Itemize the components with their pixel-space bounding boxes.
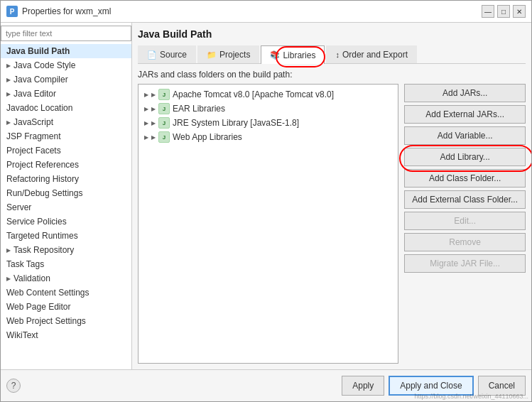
maximize-button[interactable]: □ <box>497 5 510 18</box>
tab-icon-source: 📄 <box>147 50 157 60</box>
sidebar-item-task-tags[interactable]: Task Tags <box>1 257 131 271</box>
sidebar-item-server[interactable]: Server <box>1 200 131 214</box>
tab-source[interactable]: 📄Source <box>138 45 196 63</box>
library-panel: ▶JApache Tomcat v8.0 [Apache Tomcat v8.0… <box>138 84 526 364</box>
lib-label: JRE System Library [JavaSE-1.8] <box>173 118 299 128</box>
button-add-jars[interactable]: Add JARs... <box>404 84 526 102</box>
bottom-bar: ? Apply Apply and Close Cancel <box>1 369 531 401</box>
lib-item-web-app-libraries[interactable]: ▶JWeb App Libraries <box>141 130 395 144</box>
jar-icon: J <box>158 117 170 129</box>
sidebar-item-java-compiler[interactable]: Java Compiler <box>1 72 131 87</box>
lib-item-apache-tomcat[interactable]: ▶JApache Tomcat v8.0 [Apache Tomcat v8.0… <box>141 87 395 102</box>
help-button[interactable]: ? <box>6 379 21 393</box>
title-controls: — □ ✕ <box>482 5 526 18</box>
tab-icon-projects: 📁 <box>207 50 217 60</box>
lib-label: Web App Libraries <box>173 132 242 142</box>
sidebar-item-web-page-editor[interactable]: Web Page Editor <box>1 300 131 314</box>
tree-arrow-icon: ▶ <box>151 92 156 98</box>
close-button[interactable]: ✕ <box>513 5 526 18</box>
jar-icon: J <box>158 131 170 143</box>
title-bar-left: P Properties for wxm_xml <box>6 6 111 17</box>
tab-highlight-libraries: Libraries <box>283 50 315 60</box>
sidebar-item-web-content-settings[interactable]: Web Content Settings <box>1 286 131 300</box>
title-bar: P Properties for wxm_xml — □ ✕ <box>1 1 531 23</box>
lib-label: Apache Tomcat v8.0 [Apache Tomcat v8.0] <box>173 89 334 99</box>
window-title: Properties for wxm_xml <box>22 6 111 16</box>
tab-icon-order-export: ↕ <box>335 50 340 59</box>
sidebar-item-targeted-runtimes[interactable]: Targeted Runtimes <box>1 229 131 243</box>
tab-label-order-export: Order and Export <box>342 50 408 60</box>
filter-input[interactable] <box>1 26 131 41</box>
description-text: JARs and class folders on the build path… <box>138 70 526 80</box>
button-remove: Remove <box>404 233 526 251</box>
tab-order-export[interactable]: ↕Order and Export <box>326 45 417 63</box>
sidebar-item-javascript[interactable]: JavaScript <box>1 115 131 129</box>
content-title: Java Build Path <box>138 28 526 40</box>
sidebar-item-service-policies[interactable]: Service Policies <box>1 214 131 229</box>
jar-icon: J <box>158 89 170 100</box>
tab-projects[interactable]: 📁Projects <box>197 45 259 63</box>
button-add-external-jars[interactable]: Add External JARs... <box>404 105 526 124</box>
sidebar-list-container: Java Build PathJava Code StyleJava Compi… <box>1 44 131 369</box>
window-icon: P <box>6 6 18 17</box>
button-edit: Edit... <box>404 212 526 230</box>
lib-label: EAR Libraries <box>173 104 225 114</box>
tab-label-libraries: Libraries <box>283 50 315 60</box>
bottom-right: Apply Apply and Close Cancel <box>342 376 526 396</box>
lib-item-jre-system[interactable]: ▶JJRE System Library [JavaSE-1.8] <box>141 116 395 130</box>
button-migrate-jar: Migrate JAR File... <box>404 254 526 273</box>
tree-arrow-icon: ▶ <box>151 120 156 126</box>
button-add-external-class-folder[interactable]: Add External Class Folder... <box>404 190 526 209</box>
button-add-class-folder[interactable]: Add Class Folder... <box>404 169 526 188</box>
sidebar-item-web-project-settings[interactable]: Web Project Settings <box>1 314 131 328</box>
jar-icon: J <box>158 103 170 114</box>
tab-label-projects: Projects <box>219 50 250 60</box>
button-add-library[interactable]: Add Library... <box>404 148 526 166</box>
tabs-bar: 📄Source📁Projects📚Libraries↕Order and Exp… <box>138 45 526 64</box>
properties-window: P Properties for wxm_xml — □ ✕ Java Buil… <box>0 0 532 402</box>
sidebar-item-project-facets[interactable]: Project Facets <box>1 143 131 158</box>
sidebar-item-run-debug-settings[interactable]: Run/Debug Settings <box>1 186 131 200</box>
sidebar-item-jsp-fragment[interactable]: JSP Fragment <box>1 129 131 143</box>
sidebar-item-java-build-path[interactable]: Java Build Path <box>1 44 131 58</box>
sidebar-item-task-repository[interactable]: Task Repository <box>1 243 131 257</box>
apply-button[interactable]: Apply <box>342 376 384 396</box>
library-tree: ▶JApache Tomcat v8.0 [Apache Tomcat v8.0… <box>138 84 398 364</box>
content-area: Java Build Path 📄Source📁Projects📚Librari… <box>132 23 531 369</box>
sidebar-item-project-references[interactable]: Project References <box>1 158 131 172</box>
tree-arrow-icon: ▶ <box>151 106 156 112</box>
sidebar-item-java-code-style[interactable]: Java Code Style <box>1 58 131 72</box>
sidebar-item-wikitext[interactable]: WikiText <box>1 328 131 342</box>
minimize-button[interactable]: — <box>482 5 494 18</box>
tab-label-source: Source <box>160 50 187 60</box>
sidebar-scroll-area: Java Build PathJava Code StyleJava Compi… <box>1 44 131 369</box>
sidebar-list: Java Build PathJava Code StyleJava Compi… <box>1 44 131 342</box>
tab-libraries[interactable]: 📚Libraries <box>261 45 325 64</box>
sidebar: Java Build PathJava Code StyleJava Compi… <box>1 23 132 369</box>
main-area: Java Build PathJava Code StyleJava Compi… <box>1 23 531 369</box>
cancel-button[interactable]: Cancel <box>478 376 526 396</box>
sidebar-item-java-editor[interactable]: Java Editor <box>1 87 131 101</box>
button-add-variable[interactable]: Add Variable... <box>404 126 526 145</box>
sidebar-item-refactoring-history[interactable]: Refactoring History <box>1 172 131 186</box>
sidebar-item-validation[interactable]: Validation <box>1 271 131 286</box>
apply-close-button[interactable]: Apply and Close <box>389 376 473 396</box>
tree-arrow-icon: ▶ <box>151 134 156 141</box>
tab-icon-libraries: 📚 <box>270 50 280 60</box>
lib-item-ear-libraries[interactable]: ▶JEAR Libraries <box>141 102 395 116</box>
sidebar-item-javadoc-location[interactable]: Javadoc Location <box>1 101 131 115</box>
buttons-panel: Add JARs...Add External JARs...Add Varia… <box>404 84 526 364</box>
